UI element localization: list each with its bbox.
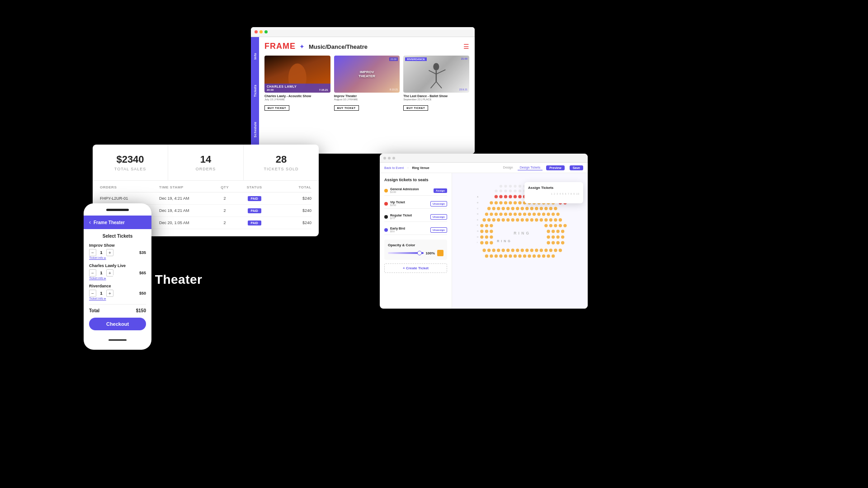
qty-decrease-1[interactable]: − [89,249,96,256]
qty-controls-2: − 1 + [89,269,113,277]
svg-text:E: E [477,219,478,221]
hamburger-menu[interactable]: ☰ [463,43,469,50]
ticket-dot-ga [384,189,388,192]
svg-point-118 [480,235,483,239]
svg-point-47 [518,201,521,204]
mobile-back-button[interactable]: ‹ [89,219,91,225]
svg-point-109 [559,224,562,227]
unassign-btn-3[interactable]: Unassign [430,214,447,220]
buy-ticket-btn-2[interactable]: BUY TICKET [334,105,359,111]
unassign-btn-4[interactable]: Unassign [430,227,447,233]
assign-btn-1[interactable]: Assign [434,188,447,193]
svg-point-116 [556,230,559,233]
svg-text:F: F [477,224,478,226]
order-total-3: $240 [274,221,311,225]
svg-point-161 [542,254,545,258]
svg-point-72 [495,212,498,216]
color-swatch[interactable] [437,250,443,256]
svg-point-141 [525,249,528,252]
mobile-select-title: Select Tickets [89,234,146,239]
svg-point-152 [499,254,502,258]
svg-point-160 [537,254,540,258]
ticket-info-link-3[interactable]: Ticket info ▸ [89,297,146,300]
nav-back-to-event[interactable]: Back to Event [384,166,404,169]
svg-point-19 [509,189,512,192]
buy-ticket-btn-3[interactable]: BUY TICKET [403,105,428,111]
svg-point-31 [509,195,512,198]
ticket-type-info-1: General Admission $100 [390,188,434,193]
svg-point-8 [509,185,512,188]
ticket-controls-3: − 1 + $50 [89,290,146,297]
svg-point-144 [540,249,543,252]
stat-label-sales: TOTAL SALES [97,167,163,171]
mobile-total-value: $150 [136,308,146,313]
sidebar-tab-tickets[interactable]: Tickets [253,83,258,99]
ticket-dot-earlybird [384,228,388,232]
nav-tab-design-tickets[interactable]: Design Tickets [518,165,543,170]
svg-point-129 [552,241,555,244]
svg-point-10 [519,185,521,188]
svg-point-120 [490,235,493,239]
ring-label: RING [497,239,512,243]
status-badge-paid: PAID [248,196,261,201]
svg-point-119 [485,235,488,239]
nav-tab-design[interactable]: Design [501,165,515,170]
stat-label-tickets: TICKETS SOLD [248,167,314,171]
create-ticket-button[interactable]: + Create Ticket [384,263,447,273]
ticket-type-price-1: $100 [390,191,434,193]
website-body: Info Tickets Schedule FRAME ✦ Music/Danc… [251,37,475,154]
svg-point-16 [495,189,497,192]
svg-point-121 [547,235,550,239]
svg-point-90 [502,218,505,221]
svg-point-83 [547,212,550,216]
svg-point-128 [547,241,550,244]
svg-point-131 [561,241,564,244]
buy-ticket-btn-1[interactable]: BUY TICKET [264,105,289,111]
seatmap-body: Assign tickets to seats General Admissio… [380,173,588,309]
svg-point-87 [487,218,491,221]
svg-point-163 [552,254,555,258]
opacity-label: Opacity & Color [388,243,443,247]
svg-point-100 [549,218,552,221]
th-total: TOTAL [274,185,311,189]
tickets-panel: Assign tickets to seats General Admissio… [380,173,452,309]
save-button[interactable]: Save [570,165,583,170]
qty-decrease-3[interactable]: − [89,290,96,297]
svg-point-33 [518,195,521,198]
svg-point-56 [492,207,495,210]
svg-point-158 [528,254,531,258]
ticket-type-name-3: Regular Ticket [390,214,430,217]
qty-increase-1[interactable]: + [106,249,113,256]
checkout-button[interactable]: Checkout [89,318,146,330]
svg-point-57 [497,207,500,210]
ticket-type-info-3: Regular Ticket $75 [390,214,430,220]
qty-increase-3[interactable]: + [106,290,113,297]
th-qty: QTY [214,185,236,189]
unassign-btn-2[interactable]: Unassign [430,201,447,206]
sidebar-tab-info[interactable]: Info [253,51,258,61]
sidebar-tab-schedule[interactable]: Schedule [253,120,258,139]
qty-value-1: 1 [98,250,104,255]
table-row: FHPY-L2UR-01 Dec 19, 4:21 AM 2 PAID $240 [100,192,311,205]
svg-text:A: A [477,196,478,198]
status-badge-paid-2: PAID [248,208,261,213]
seatmap-nav: Back to Event › Ring Venue Design Design… [380,163,588,173]
ticket-type-row-2: Vip Ticket $200 Unassign [384,199,447,209]
svg-point-122 [552,235,555,239]
svg-point-139 [516,249,519,252]
slider-thumb [417,251,422,255]
svg-point-60 [511,207,514,210]
ticket-info-link-1[interactable]: Ticket info ▸ [89,256,146,260]
opacity-slider[interactable] [388,252,424,254]
preview-button[interactable]: Preview [546,165,564,170]
qty-decrease-2[interactable]: − [89,269,96,277]
svg-point-75 [509,212,512,216]
svg-point-71 [490,212,493,216]
stats-row: $2340 TOTAL SALES 14 ORDERS 28 TICKETS S… [93,145,319,181]
nav-ring-venue: Ring Venue [412,166,429,169]
assign-overlay-title: Assign Tickets [528,186,580,190]
nav-tabs: Design Design Tickets [501,165,542,170]
stat-total-sales: $2340 TOTAL SALES [93,145,168,180]
event-info-3: The Last Dance - Ballet Show September 2… [403,94,469,111]
stat-value-sales: $2340 [97,154,163,165]
